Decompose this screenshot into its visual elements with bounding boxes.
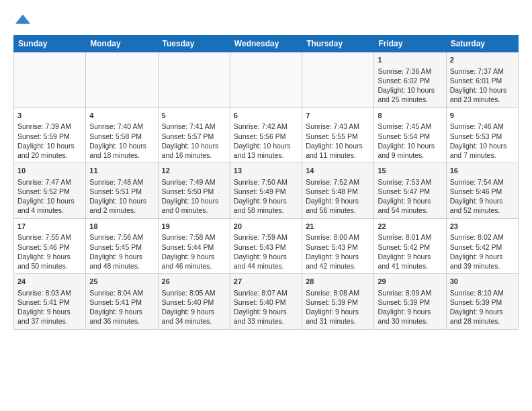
day-number: 6 xyxy=(234,111,298,121)
day-number: 20 xyxy=(234,222,298,232)
day-number: 22 xyxy=(378,222,442,232)
day-info: Daylight: 9 hours and 42 minutes. xyxy=(306,252,370,271)
day-number: 25 xyxy=(89,277,154,287)
day-info: Sunset: 5:48 PM xyxy=(306,187,370,196)
day-info: Daylight: 9 hours and 36 minutes. xyxy=(89,307,154,326)
calendar-cell: 3Sunrise: 7:39 AMSunset: 5:59 PMDaylight… xyxy=(14,107,86,163)
day-number: 18 xyxy=(89,222,154,232)
day-info: Sunrise: 7:50 AM xyxy=(234,177,298,187)
day-info: Sunrise: 7:43 AM xyxy=(306,122,370,131)
day-number: 4 xyxy=(89,111,154,121)
day-info: Daylight: 9 hours and 37 minutes. xyxy=(17,307,82,326)
day-info: Sunrise: 7:54 AM xyxy=(450,177,515,187)
calendar-cell: 13Sunrise: 7:50 AMSunset: 5:49 PMDayligh… xyxy=(230,163,302,219)
day-info: Daylight: 9 hours and 54 minutes. xyxy=(378,196,442,215)
day-number: 13 xyxy=(234,166,298,176)
calendar-week-4: 17Sunrise: 7:55 AMSunset: 5:46 PMDayligh… xyxy=(14,218,519,274)
day-number: 12 xyxy=(162,166,226,176)
day-info: Sunrise: 7:41 AM xyxy=(162,122,226,131)
day-info: Daylight: 10 hours and 9 minutes. xyxy=(378,141,442,160)
day-info: Sunset: 5:54 PM xyxy=(378,132,442,141)
weekday-header-tuesday: Tuesday xyxy=(158,36,230,52)
calendar-cell: 16Sunrise: 7:54 AMSunset: 5:46 PMDayligh… xyxy=(446,163,518,219)
day-number: 14 xyxy=(306,166,370,176)
day-info: Sunrise: 7:55 AM xyxy=(17,232,82,242)
calendar-cell: 11Sunrise: 7:48 AMSunset: 5:51 PMDayligh… xyxy=(86,163,158,219)
day-number: 2 xyxy=(450,55,515,65)
day-info: Daylight: 9 hours and 31 minutes. xyxy=(306,307,370,326)
day-info: Sunrise: 8:07 AM xyxy=(234,288,298,298)
day-info: Sunrise: 7:53 AM xyxy=(378,177,442,187)
day-info: Daylight: 9 hours and 46 minutes. xyxy=(162,252,226,271)
calendar-cell: 26Sunrise: 8:05 AMSunset: 5:40 PMDayligh… xyxy=(158,274,230,330)
day-number: 1 xyxy=(378,55,442,65)
day-info: Daylight: 9 hours and 50 minutes. xyxy=(17,252,82,271)
logo-icon xyxy=(13,11,32,30)
calendar-week-1: 1Sunrise: 7:36 AMSunset: 6:02 PMDaylight… xyxy=(14,52,519,108)
day-info: Daylight: 9 hours and 39 minutes. xyxy=(450,252,515,271)
day-info: Sunset: 6:02 PM xyxy=(378,76,442,85)
day-info: Sunset: 5:51 PM xyxy=(89,187,154,196)
day-number: 16 xyxy=(450,166,515,176)
day-info: Daylight: 9 hours and 52 minutes. xyxy=(450,196,515,215)
calendar-cell xyxy=(302,52,374,108)
day-info: Sunset: 5:50 PM xyxy=(162,187,226,196)
day-info: Sunrise: 7:49 AM xyxy=(162,177,226,187)
calendar-cell: 24Sunrise: 8:03 AMSunset: 5:41 PMDayligh… xyxy=(14,274,86,330)
day-info: Sunrise: 7:47 AM xyxy=(17,177,82,187)
weekday-header-saturday: Saturday xyxy=(446,36,518,52)
day-info: Sunset: 5:40 PM xyxy=(234,298,298,307)
calendar-cell xyxy=(86,52,158,108)
day-number: 3 xyxy=(17,111,82,121)
day-info: Daylight: 10 hours and 2 minutes. xyxy=(89,196,154,215)
day-info: Sunset: 5:40 PM xyxy=(162,298,226,307)
calendar-week-2: 3Sunrise: 7:39 AMSunset: 5:59 PMDaylight… xyxy=(14,107,519,163)
day-info: Sunrise: 8:10 AM xyxy=(450,288,515,298)
day-info: Sunset: 5:49 PM xyxy=(234,187,298,196)
day-info: Sunset: 5:56 PM xyxy=(234,132,298,141)
day-info: Sunrise: 8:02 AM xyxy=(450,232,515,242)
calendar-cell: 30Sunrise: 8:10 AMSunset: 5:39 PMDayligh… xyxy=(446,274,518,330)
calendar-cell xyxy=(14,52,86,108)
calendar-cell: 22Sunrise: 8:01 AMSunset: 5:42 PMDayligh… xyxy=(374,218,446,274)
day-info: Sunrise: 8:00 AM xyxy=(306,232,370,242)
day-info: Sunrise: 7:36 AM xyxy=(378,66,442,76)
day-number: 27 xyxy=(234,277,298,287)
day-number: 30 xyxy=(450,277,515,287)
day-info: Sunrise: 8:01 AM xyxy=(378,232,442,242)
day-number: 24 xyxy=(17,277,82,287)
calendar-cell: 28Sunrise: 8:08 AMSunset: 5:39 PMDayligh… xyxy=(302,274,374,330)
day-info: Sunset: 5:45 PM xyxy=(89,242,154,252)
day-info: Daylight: 10 hours and 20 minutes. xyxy=(17,141,82,160)
day-info: Sunset: 5:41 PM xyxy=(17,298,82,307)
calendar-cell: 1Sunrise: 7:36 AMSunset: 6:02 PMDaylight… xyxy=(374,52,446,108)
day-info: Sunrise: 7:45 AM xyxy=(378,122,442,131)
day-info: Sunrise: 8:09 AM xyxy=(378,288,442,298)
day-info: Sunset: 5:57 PM xyxy=(162,132,226,141)
weekday-header-monday: Monday xyxy=(86,36,158,52)
day-info: Sunrise: 7:48 AM xyxy=(89,177,154,187)
day-info: Daylight: 9 hours and 56 minutes. xyxy=(306,196,370,215)
day-info: Sunset: 6:01 PM xyxy=(450,76,515,85)
day-number: 17 xyxy=(17,222,82,232)
day-info: Sunset: 5:55 PM xyxy=(306,132,370,141)
weekday-header-sunday: Sunday xyxy=(14,36,86,52)
day-info: Sunset: 5:52 PM xyxy=(17,187,82,196)
calendar-cell: 10Sunrise: 7:47 AMSunset: 5:52 PMDayligh… xyxy=(14,163,86,219)
day-info: Daylight: 9 hours and 58 minutes. xyxy=(234,196,298,215)
calendar-week-3: 10Sunrise: 7:47 AMSunset: 5:52 PMDayligh… xyxy=(14,163,519,219)
day-info: Daylight: 10 hours and 7 minutes. xyxy=(450,141,515,160)
day-info: Daylight: 9 hours and 44 minutes. xyxy=(234,252,298,271)
day-info: Sunrise: 8:05 AM xyxy=(162,288,226,298)
calendar-cell: 25Sunrise: 8:04 AMSunset: 5:41 PMDayligh… xyxy=(86,274,158,330)
calendar-cell: 15Sunrise: 7:53 AMSunset: 5:47 PMDayligh… xyxy=(374,163,446,219)
day-info: Daylight: 9 hours and 28 minutes. xyxy=(450,307,515,326)
day-info: Daylight: 10 hours and 18 minutes. xyxy=(89,141,154,160)
day-number: 10 xyxy=(17,166,82,176)
day-number: 8 xyxy=(378,111,442,121)
day-info: Sunset: 5:46 PM xyxy=(450,187,515,196)
day-info: Daylight: 9 hours and 41 minutes. xyxy=(378,252,442,271)
day-info: Daylight: 9 hours and 33 minutes. xyxy=(234,307,298,326)
day-number: 26 xyxy=(162,277,226,287)
day-info: Daylight: 10 hours and 13 minutes. xyxy=(234,141,298,160)
